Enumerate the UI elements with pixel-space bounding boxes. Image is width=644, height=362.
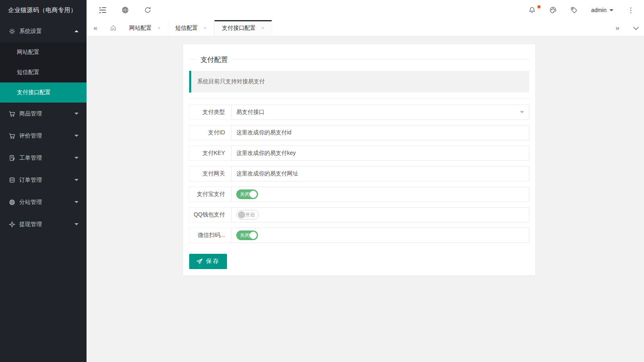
sidebar-item-label: 商品管理 — [19, 110, 42, 117]
qq-wallet-toggle[interactable]: 开启 — [236, 210, 259, 220]
chevron-down-icon — [520, 111, 524, 113]
app-logo: 企业猫源码（电商专用） — [0, 0, 87, 20]
header-right-actions: admin ⋮ — [528, 6, 644, 14]
sidebar-item-system-settings[interactable]: 系统设置 — [0, 20, 87, 42]
sidebar-item-site-config[interactable]: 网站配置 — [0, 42, 87, 62]
globe-icon — [9, 199, 15, 206]
field-label: 支付KEY — [189, 146, 231, 161]
sidebar-item-substations[interactable]: 分站管理 — [0, 191, 87, 213]
chevron-down-icon — [74, 157, 78, 159]
tabbar-right-controls: » — [609, 20, 644, 36]
more-options-icon[interactable]: ⋮ — [627, 6, 634, 14]
switch-label: 开启 — [245, 212, 255, 218]
refresh-icon[interactable] — [144, 6, 151, 14]
close-icon[interactable]: × — [204, 25, 207, 31]
scroll-tabs-right-icon[interactable]: » — [609, 20, 626, 36]
switch-label: 关闭 — [240, 191, 250, 198]
sidebar-item-withdrawals[interactable]: 提现管理 — [0, 213, 87, 235]
payment-config-card: 支付配置 系统目前只支持对接易支付 支付类型 易支付接口 支付ID 支付KEY — [183, 44, 535, 276]
chevron-down-icon — [74, 201, 78, 203]
save-button[interactable]: 保存 — [189, 254, 227, 269]
chevron-down-icon — [74, 179, 78, 181]
form-row-pay-gateway: 支付网关 — [189, 166, 529, 181]
input-wrap — [231, 166, 529, 181]
alipay-toggle[interactable]: 关闭 — [236, 189, 258, 199]
save-button-label: 保存 — [206, 258, 220, 265]
field-label: QQ钱包支付 — [189, 207, 231, 222]
tab-label: 短信配置 — [175, 25, 198, 32]
home-tab[interactable] — [104, 20, 122, 36]
input-wrap — [231, 125, 529, 140]
plane-icon — [9, 221, 15, 228]
form-row-pay-key: 支付KEY — [189, 146, 529, 161]
theme-palette-icon[interactable] — [549, 6, 557, 14]
sidebar-item-payment-config[interactable]: 支付接口配置 — [0, 82, 87, 103]
close-icon[interactable]: × — [157, 25, 161, 31]
cart-icon — [9, 111, 15, 117]
chevron-down-icon — [74, 223, 78, 225]
pay-id-input[interactable] — [236, 130, 524, 136]
sidebar-item-orders[interactable]: 订单管理 — [0, 169, 87, 191]
form-row-alipay: 支付宝支付 关闭 — [189, 187, 529, 202]
cart-icon — [9, 133, 15, 139]
switch-knob — [238, 211, 245, 218]
username: admin — [591, 7, 607, 13]
tab-bar: « 网站配置 × 短信配置 × 支付接口配置 × » — [87, 20, 644, 36]
tab-payment-config[interactable]: 支付接口配置 × — [214, 20, 272, 36]
user-menu[interactable]: admin — [591, 7, 613, 13]
sidebar-item-sms-config[interactable]: 短信配置 — [0, 62, 87, 82]
sidebar-item-label: 订单管理 — [19, 177, 42, 184]
sidebar-item-reviews[interactable]: 评价管理 — [0, 125, 87, 147]
wechat-scan-toggle[interactable]: 关闭 — [236, 230, 258, 240]
send-icon — [196, 258, 203, 265]
form-row-wechat-scan: 微信扫码... 关闭 — [189, 228, 529, 243]
tab-sms-config[interactable]: 短信配置 × — [168, 20, 215, 36]
selected-value: 易支付接口 — [236, 109, 264, 116]
field-label: 支付网关 — [189, 166, 231, 181]
system-settings-submenu: 网站配置 短信配置 支付接口配置 — [0, 42, 87, 103]
sidebar-item-tickets[interactable]: 工单管理 — [0, 147, 87, 169]
sidebar: 企业猫源码（电商专用） 系统设置 网站配置 短信配置 支付接口配置 商品管理 评… — [0, 0, 87, 362]
sidebar-item-label: 分站管理 — [19, 199, 42, 206]
section-divider: 支付配置 — [189, 59, 529, 60]
pay-type-select[interactable]: 易支付接口 — [231, 105, 529, 120]
gear-icon — [9, 28, 15, 35]
switch-wrap: 开启 — [231, 207, 529, 222]
close-icon[interactable]: × — [261, 25, 264, 31]
collapse-sidebar-icon[interactable] — [99, 7, 106, 13]
tab-options-icon[interactable] — [626, 20, 644, 36]
sidebar-item-label: 提现管理 — [19, 221, 42, 228]
switch-knob — [250, 191, 257, 198]
form-row-pay-type: 支付类型 易支付接口 — [189, 105, 529, 120]
chevron-up-icon — [74, 30, 78, 32]
chevron-down-icon — [609, 9, 613, 11]
field-label: 支付ID — [189, 125, 231, 140]
switch-wrap: 关闭 — [231, 187, 529, 202]
ticket-icon — [9, 155, 15, 161]
sidebar-item-goods[interactable]: 商品管理 — [0, 103, 87, 125]
sidebar-item-label: 系统设置 — [19, 28, 42, 35]
notification-badge — [537, 5, 541, 8]
form-row-qq-wallet: QQ钱包支付 开启 — [189, 207, 529, 222]
scroll-tabs-left-icon[interactable]: « — [87, 20, 104, 36]
chevron-down-icon — [74, 135, 78, 137]
pay-gateway-input[interactable] — [236, 171, 524, 177]
sub-item-label: 网站配置 — [17, 49, 39, 56]
pay-key-input[interactable] — [236, 150, 524, 156]
divider — [189, 99, 529, 99]
chevron-down-icon — [74, 113, 78, 115]
field-label: 支付类型 — [189, 105, 231, 120]
tab-site-config[interactable]: 网站配置 × — [122, 20, 168, 36]
tag-icon[interactable] — [570, 6, 578, 14]
switch-knob — [250, 232, 257, 239]
home-icon — [110, 25, 117, 31]
sidebar-item-label: 评价管理 — [19, 132, 42, 140]
globe-icon[interactable] — [122, 6, 129, 14]
notice-banner: 系统目前只支持对接易支付 — [189, 71, 529, 93]
form-row-pay-id: 支付ID — [189, 125, 529, 140]
page-title: 支付配置 — [196, 55, 232, 64]
notification-bell-icon[interactable] — [528, 6, 536, 14]
main-content: 支付配置 系统目前只支持对接易支付 支付类型 易支付接口 支付ID 支付KEY — [87, 36, 644, 362]
switch-label: 关闭 — [240, 232, 250, 239]
field-label: 微信扫码... — [189, 228, 231, 243]
